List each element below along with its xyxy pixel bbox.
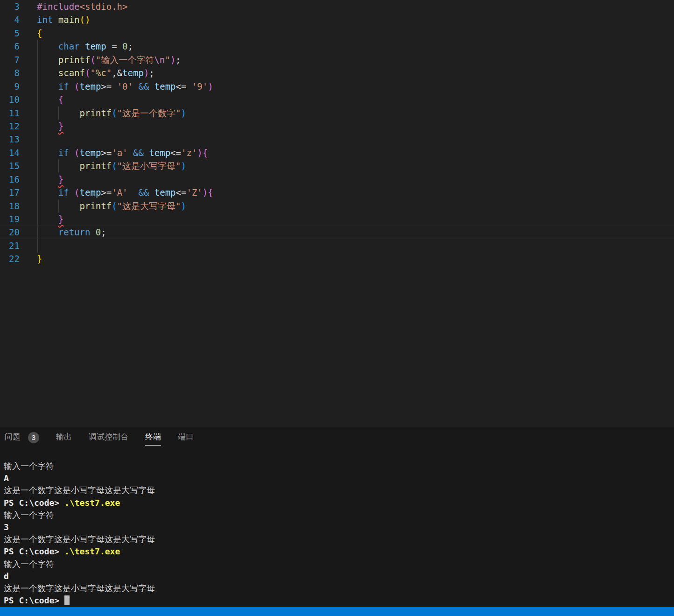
terminal-line: A <box>4 472 674 484</box>
terminal-line: 输入一个字符 <box>4 558 674 570</box>
code-text: printf("这是小写字母") <box>37 159 186 172</box>
terminal-prompt: PS C:\code> <box>4 595 59 605</box>
code-text: if (temp>= '0' && temp<= '9') <box>37 80 213 93</box>
tab-terminal-label: 终端 <box>145 432 161 446</box>
terminal-line: 这是一个数字这是小写字母这是大写字母 <box>4 533 674 545</box>
tab-debug-console-label: 调试控制台 <box>89 432 128 446</box>
tab-ports-label: 端口 <box>178 432 194 446</box>
bottom-panel: 问题 3 输出 调试控制台 终端 端口 输入一个字符A这是一个数字这是小写字母这… <box>0 427 674 607</box>
code-line[interactable]: 11 printf("这是一个数字") <box>0 106 674 120</box>
line-number[interactable]: 20 <box>0 226 20 239</box>
tab-problems[interactable]: 问题 3 <box>5 432 39 446</box>
code-line[interactable]: 19 } <box>0 212 674 226</box>
terminal-text: 输入一个字符 <box>4 510 54 520</box>
terminal-text <box>59 595 64 605</box>
code-line[interactable]: 10 { <box>0 93 674 106</box>
code-text: if (temp>='a' && temp<='z'){ <box>37 146 208 159</box>
line-number[interactable]: 17 <box>0 186 20 199</box>
code-text: return 0; <box>37 226 106 239</box>
code-line[interactable]: 13 <box>0 133 674 146</box>
code-line[interactable]: 17 if (temp>='A' && temp<='Z'){ <box>0 186 674 199</box>
line-number[interactable]: 18 <box>0 199 20 212</box>
code-line[interactable]: 18 printf("这是大写字母") <box>0 199 674 212</box>
code-text: } <box>37 212 63 226</box>
code-line[interactable]: 15 printf("这是小写字母") <box>0 159 674 172</box>
code-line[interactable]: 7 printf("输入一个字符\n"); <box>0 53 674 66</box>
terminal-line: PS C:\code> .\test7.exe <box>4 545 674 558</box>
tab-output-label: 输出 <box>56 432 72 446</box>
tab-debug-console[interactable]: 调试控制台 <box>89 432 128 446</box>
code-text: if (temp>='A' && temp<='Z'){ <box>37 186 213 199</box>
line-number[interactable]: 7 <box>0 53 20 66</box>
code-editor-lines: 3#include<stdio.h>4int main()5{6 char te… <box>0 0 674 266</box>
terminal-text: 输入一个字符 <box>4 461 54 471</box>
code-text: #include<stdio.h> <box>37 0 127 13</box>
line-number[interactable]: 16 <box>0 173 20 186</box>
tab-ports[interactable]: 端口 <box>178 432 194 446</box>
terminal-command: .\test7.exe <box>64 546 120 556</box>
status-bar <box>0 607 674 616</box>
panel-tab-bar: 问题 3 输出 调试控制台 终端 端口 <box>0 427 674 450</box>
line-number[interactable]: 6 <box>0 40 20 53</box>
terminal-text: 这是一个数字这是小写字母这是大写字母 <box>4 485 155 495</box>
line-number[interactable]: 12 <box>0 120 20 133</box>
line-number[interactable]: 10 <box>0 93 20 106</box>
code-line[interactable]: 12 } <box>0 120 674 133</box>
problems-count-badge: 3 <box>28 432 39 443</box>
code-text: } <box>37 252 42 265</box>
code-line[interactable]: 6 char temp = 0; <box>0 40 674 53</box>
code-line[interactable]: 9 if (temp>= '0' && temp<= '9') <box>0 80 674 93</box>
code-line[interactable]: 21 <box>0 239 674 252</box>
terminal-text: A <box>4 473 9 483</box>
code-line[interactable]: 22} <box>0 252 674 265</box>
line-number[interactable]: 9 <box>0 80 20 93</box>
terminal-line: d <box>4 570 674 582</box>
line-number[interactable]: 4 <box>0 13 20 26</box>
code-editor[interactable]: 3#include<stdio.h>4int main()5{6 char te… <box>0 0 674 427</box>
code-text: } <box>37 173 63 186</box>
code-line[interactable]: 3#include<stdio.h> <box>0 0 674 13</box>
terminal-prompt: PS C:\code> <box>4 498 59 508</box>
code-line[interactable]: 20 return 0; <box>0 226 674 239</box>
code-text: printf("这是大写字母") <box>37 199 186 212</box>
code-text: char temp = 0; <box>37 40 133 53</box>
line-number[interactable]: 3 <box>0 0 20 13</box>
code-text: int main() <box>37 13 90 26</box>
code-line[interactable]: 5{ <box>0 27 674 40</box>
line-number[interactable]: 11 <box>0 106 20 120</box>
line-number[interactable]: 5 <box>0 27 20 40</box>
terminal-output[interactable]: 输入一个字符A这是一个数字这是小写字母这是大写字母PS C:\code> .\t… <box>0 450 674 607</box>
line-number[interactable]: 13 <box>0 133 20 146</box>
terminal-line: 这是一个数字这是小写字母这是大写字母 <box>4 484 674 496</box>
terminal-prompt: PS C:\code> <box>4 546 59 556</box>
terminal-text: d <box>4 571 9 581</box>
terminal-text <box>59 498 64 508</box>
line-number[interactable]: 14 <box>0 146 20 159</box>
code-line[interactable]: 14 if (temp>='a' && temp<='z'){ <box>0 146 674 159</box>
line-number[interactable]: 19 <box>0 212 20 226</box>
terminal-text: 这是一个数字这是小写字母这是大写字母 <box>4 534 155 544</box>
terminal-text: 3 <box>4 522 9 532</box>
terminal-line: 3 <box>4 521 674 533</box>
line-number[interactable]: 8 <box>0 66 20 79</box>
line-number[interactable]: 21 <box>0 239 20 252</box>
terminal-text: 这是一个数字这是小写字母这是大写字母 <box>4 583 155 593</box>
code-line[interactable]: 16 } <box>0 173 674 186</box>
tab-problems-label: 问题 <box>5 432 21 446</box>
terminal-line: 输入一个字符 <box>4 509 674 521</box>
code-text: printf("输入一个字符\n"); <box>37 53 181 66</box>
terminal-command: .\test7.exe <box>64 498 120 508</box>
code-line[interactable]: 4int main() <box>0 13 674 26</box>
code-text: scanf("%c",&temp); <box>37 66 154 79</box>
terminal-text <box>59 546 64 556</box>
line-number[interactable]: 22 <box>0 252 20 265</box>
tab-output[interactable]: 输出 <box>56 432 72 446</box>
tab-terminal[interactable]: 终端 <box>145 432 161 446</box>
terminal-line: PS C:\code> .\test7.exe <box>4 497 674 509</box>
terminal-text: 输入一个字符 <box>4 559 54 569</box>
code-text: { <box>37 93 63 106</box>
line-number[interactable]: 15 <box>0 159 20 172</box>
terminal-line: 这是一个数字这是小写字母这是大写字母 <box>4 582 674 595</box>
code-line[interactable]: 8 scanf("%c",&temp); <box>0 66 674 79</box>
terminal-cursor <box>64 595 70 605</box>
